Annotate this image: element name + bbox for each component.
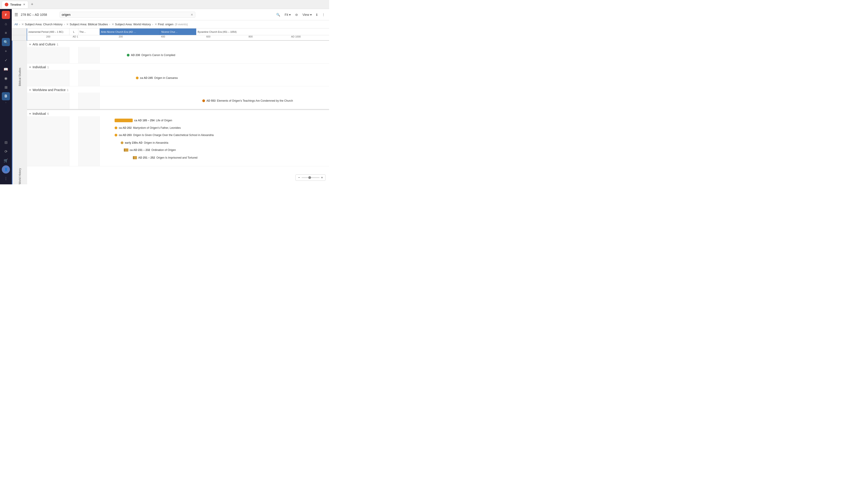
section-arts-culture-count: 1 xyxy=(57,43,58,46)
menu-button[interactable]: ☰ xyxy=(14,12,18,17)
event-teachings-condemned[interactable]: AD 553 Elements of Origen's Teachings Ar… xyxy=(202,99,293,102)
sidebar-icon-cart[interactable]: 🛒 xyxy=(2,156,10,164)
sidebar-icon-layers[interactable]: ⊟ xyxy=(2,138,10,147)
sidebar-icon-sync[interactable]: ⟳ xyxy=(2,147,10,156)
browser-tab[interactable]: Timeline ✕ xyxy=(2,1,28,8)
ruler-400: 400 xyxy=(161,35,165,38)
event-imprisoned-origen[interactable]: AD 251 – 252 Origen Is Imprisoned and To… xyxy=(133,156,197,159)
event-dot-green xyxy=(127,54,129,57)
side-label-biblical-studies: Biblical Studies xyxy=(12,41,27,113)
event-origen-canon[interactable]: AD 230 Origen's Canon Is Compiled xyxy=(127,54,175,57)
sidebar-icon-library[interactable]: ≡ xyxy=(2,29,10,37)
info-button[interactable]: ℹ xyxy=(315,12,319,18)
event-ordination-text: Ordination of Origen xyxy=(151,149,176,152)
timeline-scroll-area[interactable]: ▼ Arts and Culture 1 xyxy=(27,41,329,184)
section-individual-biblical-header[interactable]: ▼ Individual 1 xyxy=(27,64,329,70)
search-box: ✕ xyxy=(60,12,195,18)
zoom-plus-button[interactable]: + xyxy=(321,175,323,180)
chevron-individual-biblical: ▼ xyxy=(29,66,31,68)
browser-chrome: Timeline ✕ + xyxy=(0,0,329,9)
filter-chip-world-history-remove[interactable]: ✕ xyxy=(112,23,114,26)
search-icon-button[interactable]: 🔍 xyxy=(275,12,281,18)
event-given-charge[interactable]: ca AD 203 Origen Is Given Charge Over th… xyxy=(115,133,214,137)
event-martyrdom-text: Martyrdom of Origen's Father, Leonides xyxy=(133,126,181,129)
event-origen-alexandria-text: Origen in Alexandria xyxy=(144,141,168,144)
side-label-era-placeholder xyxy=(12,29,27,35)
filter-chip-biblical-studies-remove[interactable]: ✕ xyxy=(66,23,69,26)
event-ca-ad231-label: ca AD 231 – 232 xyxy=(130,149,150,152)
main-content: ☰ 278 BC – AD 1058 ✕ 🔍 Fit ▾ ⊖ View ▾ ℹ … xyxy=(12,9,329,184)
new-tab-button[interactable]: + xyxy=(30,2,34,7)
event-origen-caesarea[interactable]: ca AD 245 Origen in Caesarea xyxy=(136,76,178,79)
sidebar-expand-b[interactable]: › xyxy=(5,101,6,104)
event-ca-ad203-label: ca AD 203 xyxy=(119,133,131,137)
zoom-slider-thumb[interactable] xyxy=(308,176,311,179)
event-life-of-origen[interactable]: ca AD 185 – 254 Life of Origen xyxy=(115,119,172,122)
app-container: F ⌂ ≡ 🔍 ＋ ✓ 📖 ◉ ⊞ B › ⊟ ⟳ 🛒 👤 ⋮ ☰ 278 BC… xyxy=(0,9,329,184)
sidebar-icon-check[interactable]: ✓ xyxy=(2,56,10,64)
filter-chip-find-remove[interactable]: ✕ xyxy=(155,23,157,26)
side-label-world-history: World History xyxy=(12,113,27,184)
more-button[interactable]: ⋮ xyxy=(320,12,327,18)
sidebar-icon-book[interactable]: 📖 xyxy=(2,65,10,73)
section-individual-world-events: ca AD 185 – 254 Life of Origen ca AD 202… xyxy=(27,116,329,166)
sidebar-icon-home[interactable]: ⌂ xyxy=(2,20,10,28)
toolbar: ☰ 278 BC – AD 1058 ✕ 🔍 Fit ▾ ⊖ View ▾ ℹ … xyxy=(12,9,329,20)
sidebar-nav: F ⌂ ≡ 🔍 ＋ ✓ 📖 ◉ ⊞ B › ⊟ ⟳ 🛒 👤 ⋮ xyxy=(0,9,12,184)
chevron-worldview: ▼ xyxy=(29,89,31,91)
section-individual-biblical-events: ca AD 245 Origen in Caesarea xyxy=(27,70,329,86)
event-ordination-origen[interactable]: ca AD 231 – 232 Ordination of Origen xyxy=(124,149,176,152)
era-nicene: Nicene Chur… xyxy=(160,29,196,35)
zoom-slider-track[interactable] xyxy=(302,177,320,178)
sidebar-icon-tag[interactable]: ◉ xyxy=(2,74,10,82)
event-ad230-label: AD 230 xyxy=(131,54,140,57)
event-ca-ad202-label: ca AD 202 xyxy=(119,126,131,129)
filter-chip-church-history-remove[interactable]: ✕ xyxy=(22,23,24,26)
filter-all-link[interactable]: All xyxy=(14,23,18,26)
event-martyrdom-father[interactable]: ca AD 202 Martyrdom of Origen's Father, … xyxy=(115,126,181,129)
sidebar-icon-grid[interactable]: ⊞ xyxy=(2,83,10,91)
tab-close-button[interactable]: ✕ xyxy=(23,3,25,6)
section-individual-world-header[interactable]: ▼ Individual 6 xyxy=(27,110,329,116)
event-origen-alexandria[interactable]: early 230s AD Origen in Alexandria xyxy=(121,141,168,144)
section-individual-world-count: 6 xyxy=(47,112,49,116)
event-dot-given-charge xyxy=(115,134,117,136)
view-button[interactable]: View ▾ xyxy=(301,12,313,18)
section-individual-biblical-title: Individual xyxy=(33,65,46,69)
sidebar-avatar[interactable]: 👤 xyxy=(2,165,10,173)
ruler-ad1: AD 1 xyxy=(73,35,78,38)
era-byzantine: Byzantine Church Era (451 – 1054) xyxy=(196,29,329,35)
event-dot-martyrdom xyxy=(115,127,117,129)
sidebar-icon-more-bottom[interactable]: ⋮ xyxy=(2,174,10,183)
section-arts-culture-events: AD 230 Origen's Canon Is Compiled xyxy=(27,47,329,63)
timeline-display: Biblical Studies World History estamenta… xyxy=(12,29,329,184)
sidebar-icon-logo[interactable]: F xyxy=(2,11,10,19)
era-the: The… xyxy=(79,29,100,35)
side-label-ruler-placeholder xyxy=(12,35,27,41)
event-minibar-ordination xyxy=(124,149,128,152)
event-life-origen-text: Life of Origen xyxy=(156,119,172,122)
ruler-600: 600 xyxy=(206,35,210,38)
event-teachings-condemned-text: Elements of Origen's Teachings Are Conde… xyxy=(217,99,293,102)
fit-button[interactable]: Fit ▾ xyxy=(283,12,292,18)
event-count: (9 events) xyxy=(175,23,188,26)
ruler-1000: AD 1000 xyxy=(291,35,301,38)
zoom-minus-button[interactable]: − xyxy=(298,175,300,180)
section-arts-culture-header[interactable]: ▼ Arts and Culture 1 xyxy=(27,41,329,47)
event-dot-orange-dark-condemned xyxy=(202,99,205,102)
grid-bg-individual xyxy=(27,70,329,86)
sidebar-icon-b[interactable]: B xyxy=(2,92,10,100)
section-worldview-header[interactable]: ▼ Worldview and Practice 1 xyxy=(27,86,329,93)
section-arts-culture: ▼ Arts and Culture 1 xyxy=(27,41,329,64)
filter-chip-biblical-studies: ✕ Subject Area: Biblical Studies xyxy=(66,23,108,26)
event-early-230s-label: early 230s AD xyxy=(125,141,143,144)
section-individual-biblical: ▼ Individual 1 xyxy=(27,64,329,86)
section-worldview-title: Worldview and Practice xyxy=(33,88,66,92)
filter-chip-world-history: ✕ Subject Area: World History xyxy=(112,23,151,26)
sidebar-icon-add[interactable]: ＋ xyxy=(2,47,10,55)
sidebar-icon-search[interactable]: 🔍 xyxy=(2,38,10,46)
section-individual-world-title: Individual xyxy=(33,112,46,116)
zoom-out-button[interactable]: ⊖ xyxy=(294,12,299,18)
search-clear-button[interactable]: ✕ xyxy=(191,13,193,17)
search-input[interactable] xyxy=(62,13,189,17)
